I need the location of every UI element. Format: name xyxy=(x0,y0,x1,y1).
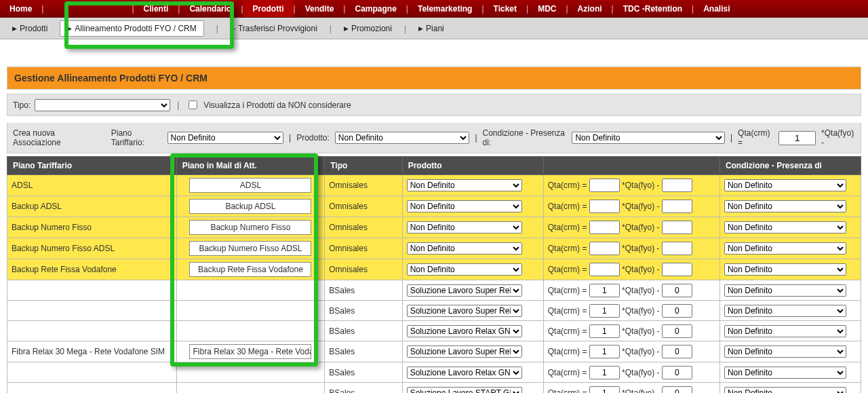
condizione-row-select[interactable]: Non Definito xyxy=(724,221,846,233)
condizione-row-select[interactable]: Non Definito xyxy=(724,367,846,379)
qta-crm-row-input[interactable] xyxy=(589,386,620,394)
condizione-row-select[interactable]: Non Definito xyxy=(724,242,846,255)
qta-crm-row-input[interactable] xyxy=(589,284,620,297)
condizione-row-select[interactable]: Non Definito xyxy=(724,345,846,358)
condizione-row-select[interactable]: Non Definito xyxy=(724,284,846,297)
subnav-piani[interactable]: ▶ Piani xyxy=(418,24,444,33)
qta-crm-prefix: Qta(crm) = xyxy=(548,202,589,211)
cell-condizione: Non Definito xyxy=(719,217,861,238)
qta-fyo-prefix: *Qta(fyo) - xyxy=(620,202,662,211)
qta-crm-input[interactable] xyxy=(778,131,816,145)
condizione-row-select[interactable]: Non Definito xyxy=(724,200,846,212)
qta-fyo-row-input[interactable] xyxy=(662,324,692,338)
condizione-row-select[interactable]: Non Definito xyxy=(724,325,846,337)
prodotto-row-select[interactable]: Non Definito xyxy=(407,200,522,212)
condizione-row-select[interactable]: Non Definito xyxy=(724,263,846,276)
mail-value-button[interactable]: Backup Rete Fissa Vodafone xyxy=(189,262,311,277)
nav-campagne[interactable]: Campagne xyxy=(345,0,406,17)
qta-crm-row-input[interactable] xyxy=(589,221,620,234)
cell-piano xyxy=(7,383,177,394)
sub-nav: ▶ Prodotti ▶ Allineamento Prodotti FYO /… xyxy=(0,18,868,39)
qta-crm-row-input[interactable] xyxy=(589,179,620,192)
subnav-allineamento[interactable]: ▶ Allineamento Prodotti FYO / CRM xyxy=(60,20,203,37)
triangle-right-icon: ▶ xyxy=(231,25,235,32)
nav-vendite[interactable]: Vendite xyxy=(296,0,344,17)
qta-crm-prefix: Qta(crm) = xyxy=(548,306,589,316)
qta-crm-row-input[interactable] xyxy=(589,200,620,213)
nav-prodotti[interactable]: Prodotti xyxy=(243,0,294,17)
cell-tipo: BSales xyxy=(325,321,402,341)
nav-ticket[interactable]: Ticket xyxy=(484,0,526,17)
qta-fyo-row-input[interactable] xyxy=(662,242,692,255)
qta-crm-row-input[interactable] xyxy=(589,263,620,276)
table-row: BSalesSoluzione Lavoro START GN UIQta(cr… xyxy=(7,383,861,394)
qta-fyo-row-input[interactable] xyxy=(662,386,692,394)
th-mail: Piano in Mail di Att. xyxy=(176,157,325,175)
prodotto-select[interactable]: Non Definito xyxy=(335,132,470,144)
qta-fyo-row-input[interactable] xyxy=(662,263,692,276)
prodotto-row-select[interactable]: Non Definito xyxy=(407,221,522,233)
qta-fyo-row-input[interactable] xyxy=(662,221,692,234)
nav-azioni[interactable]: Azioni xyxy=(568,0,612,17)
nav-hidden-1[interactable] xyxy=(43,0,84,17)
pipe-sep: | xyxy=(475,133,477,143)
cell-qta: Qta(crm) = *Qta(fyo) - xyxy=(543,301,719,321)
mail-value-button[interactable]: Backup Numero Fisso ADSL xyxy=(189,241,311,256)
mail-value-button[interactable]: Backup ADSL xyxy=(189,199,311,214)
prodotto-row-select[interactable]: Non Definito xyxy=(407,179,522,191)
condizione-row-select[interactable]: Non Definito xyxy=(724,179,846,191)
qta-fyo-row-input[interactable] xyxy=(662,366,692,379)
qta-fyo-row-input[interactable] xyxy=(662,345,692,358)
prodotto-row-select[interactable]: Soluzione Lavoro Super Relax ( xyxy=(407,305,522,317)
condizione-row-select[interactable]: Non Definito xyxy=(724,387,846,394)
table-row: BSalesSoluzione Lavoro Relax GNP UQta(cr… xyxy=(7,362,861,383)
tipo-select[interactable] xyxy=(35,99,170,111)
mail-value-button[interactable]: Backup Numero Fisso xyxy=(189,220,311,235)
prodotto-row-select[interactable]: Soluzione Lavoro Relax GN ULI xyxy=(407,325,522,337)
qta-crm-row-input[interactable] xyxy=(589,324,620,338)
mail-value-button[interactable]: Fibra Relax 30 Mega - Rete Vodaf xyxy=(189,344,311,359)
cell-prodotto: Soluzione Lavoro Super Relax ( xyxy=(402,341,543,362)
subnav-label: Allineamento Prodotti FYO / CRM xyxy=(75,24,196,33)
prodotto-row-select[interactable]: Soluzione Lavoro Super Relax ( xyxy=(407,284,522,297)
nav-hidden-2[interactable] xyxy=(84,0,132,17)
table-row: BSalesSoluzione Lavoro Super Relax (Qta(… xyxy=(7,280,861,301)
qta-crm-row-input[interactable] xyxy=(589,366,620,379)
subnav-trasferisci[interactable]: ▶ Trasferisci Provvigioni xyxy=(231,24,317,33)
cell-piano: Backup ADSL xyxy=(7,196,177,217)
nav-clienti[interactable]: Clienti xyxy=(134,0,178,17)
subnav-promozioni[interactable]: ▶ Promozioni xyxy=(344,24,392,33)
subnav-prodotti[interactable]: ▶ Prodotti xyxy=(12,24,47,33)
condizione-row-select[interactable]: Non Definito xyxy=(724,305,846,317)
crea-label: Crea nuova Associazione xyxy=(13,128,96,147)
prodotto-row-select[interactable]: Soluzione Lavoro START GN UI xyxy=(407,387,522,394)
qta-fyo-row-input[interactable] xyxy=(662,304,692,318)
condizione-select[interactable]: Non Definito xyxy=(572,132,725,144)
non-considerare-checkbox[interactable] xyxy=(189,100,197,109)
nav-home[interactable]: Home xyxy=(0,0,41,17)
qta-crm-row-input[interactable] xyxy=(589,345,620,358)
cell-prodotto: Non Definito xyxy=(402,196,543,217)
prodotto-row-select[interactable]: Non Definito xyxy=(407,242,522,255)
nav-calendario[interactable]: Calendario xyxy=(180,0,241,17)
qta-fyo-row-input[interactable] xyxy=(662,284,692,297)
qta-fyo-prefix: *Qta(fyo) - xyxy=(620,244,662,253)
cell-piano xyxy=(7,301,177,321)
prodotto-row-select[interactable]: Non Definito xyxy=(407,263,522,276)
qta-crm-prefix: Qta(crm) = xyxy=(548,181,589,190)
piano-tariffario-select[interactable]: Non Definito xyxy=(167,132,283,144)
prodotto-row-select[interactable]: Soluzione Lavoro Relax GNP U xyxy=(407,367,522,379)
qta-crm-row-input[interactable] xyxy=(589,304,620,318)
qta-fyo-row-input[interactable] xyxy=(662,179,692,192)
qta-fyo-row-input[interactable] xyxy=(662,200,692,213)
prodotto-row-select[interactable]: Soluzione Lavoro Super Relax ( xyxy=(407,345,522,358)
nav-mdc[interactable]: MDC xyxy=(528,0,566,17)
triangle-right-icon: ▶ xyxy=(418,25,423,32)
nav-analisi[interactable]: Analisi xyxy=(694,0,739,17)
nav-telemarketing[interactable]: Telemarketing xyxy=(408,0,481,17)
qta-crm-row-input[interactable] xyxy=(589,242,620,255)
prodotto-label: Prodotto: xyxy=(296,133,330,143)
mail-value-button[interactable]: ADSL xyxy=(189,178,311,193)
nav-tdc-retention[interactable]: TDC -Retention xyxy=(614,0,692,17)
cell-prodotto: Soluzione Lavoro Super Relax ( xyxy=(402,280,543,301)
